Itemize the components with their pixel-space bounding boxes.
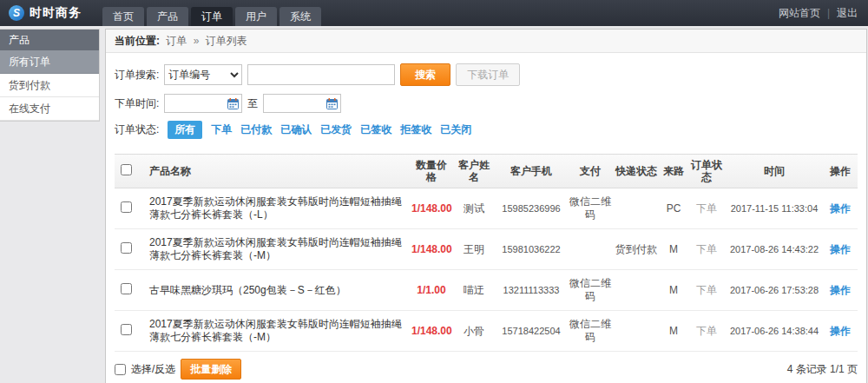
row-action-link[interactable]: 操作 [830, 243, 851, 255]
start-date-field [164, 94, 242, 113]
table-row: 2017夏季新款运动休闲服套装女韩版时尚连帽短袖抽绳薄款七分裤长裤套装（-M） … [115, 229, 858, 270]
col-select [115, 155, 137, 188]
col-time: 时间 [726, 155, 823, 188]
order-search-input[interactable] [247, 64, 395, 85]
download-orders-button[interactable]: 下载订单 [456, 63, 520, 86]
breadcrumb-separator: » [194, 35, 200, 47]
col-action: 操作 [823, 155, 858, 188]
search-type-select[interactable]: 订单编号 [164, 64, 242, 85]
row-checkbox[interactable] [121, 201, 132, 213]
select-invert-checkbox[interactable] [115, 364, 126, 375]
nav-tab-orders[interactable]: 订单 [191, 7, 233, 26]
source: M [660, 229, 687, 270]
breadcrumb-orders-link[interactable]: 订单 [166, 35, 187, 47]
customer-phone: 15718422504 [495, 311, 568, 352]
end-date-input[interactable] [264, 96, 326, 111]
table-header-row: 产品名称 数量价格 客户姓名 客户手机 支付 快递状态 来路 订单状态 时间 操… [115, 155, 858, 188]
row-action-link[interactable]: 操作 [830, 284, 851, 296]
nav-tab-users[interactable]: 用户 [235, 7, 277, 26]
order-search-label: 订单搜索: [115, 68, 159, 83]
status-filter-all[interactable]: 所有 [168, 121, 202, 139]
customer-name: 喵迂 [453, 270, 495, 311]
product-name: 2017夏季新款运动休闲服套装女韩版时尚连帽短袖抽绳薄款七分裤长裤套装（-L） [137, 188, 410, 229]
select-invert-label: 选择/反选 [131, 362, 175, 377]
table-row: 2017夏季新款运动休闲服套装女韩版时尚连帽短袖抽绳薄款七分裤长裤套装（-M） … [115, 311, 858, 352]
row-action-link[interactable]: 操作 [830, 325, 851, 337]
customer-phone: 15981036222 [495, 229, 568, 270]
customer-name: 王明 [453, 229, 495, 270]
qty-price: 1/148.00 [410, 188, 453, 229]
source: M [660, 311, 687, 352]
express-status [613, 188, 660, 229]
nav-tab-system[interactable]: 系统 [279, 7, 321, 26]
logout-link[interactable]: 退出 [837, 6, 858, 21]
search-button[interactable]: 搜索 [400, 63, 450, 86]
start-date-input[interactable] [165, 96, 227, 111]
product-name: 2017夏季新款运动休闲服套装女韩版时尚连帽短袖抽绳薄款七分裤长裤套装（-M） [137, 229, 410, 270]
express-status [613, 311, 660, 352]
status-filter-paid[interactable]: 已付款 [240, 122, 272, 137]
source: M [660, 270, 687, 311]
col-express-status: 快递状态 [613, 155, 660, 188]
order-status: 下单 [687, 270, 726, 311]
product-name: 2017夏季新款运动休闲服套装女韩版时尚连帽短袖抽绳薄款七分裤长裤套装（-M） [137, 311, 410, 352]
order-status: 下单 [687, 311, 726, 352]
table-footer: 选择/反选 批量删除 4 条记录 1/1 页 [106, 352, 866, 383]
table-row: 2017夏季新款运动休闲服套装女韩版时尚连帽短袖抽绳薄款七分裤长裤套装（-L） … [115, 188, 858, 229]
row-checkbox[interactable] [121, 242, 132, 254]
sidebar-header: 产品 [0, 30, 99, 50]
brand-name: 时时商务 [30, 5, 82, 21]
payment: 微信二维码 [568, 311, 613, 352]
order-time-label: 下单时间: [115, 96, 159, 111]
calendar-icon[interactable] [227, 98, 239, 109]
top-right-links: 网站首页 | 退出 [779, 6, 868, 21]
order-time: 2017-11-15 11:33:04 [726, 188, 823, 229]
status-filter-closed[interactable]: 已关闭 [440, 122, 471, 137]
batch-delete-button[interactable]: 批量删除 [181, 359, 241, 380]
order-status: 下单 [687, 188, 726, 229]
top-links-separator: | [827, 7, 830, 19]
col-customer-name: 客户姓名 [453, 155, 495, 188]
payment: 微信二维码 [568, 188, 613, 229]
main-area: 产品 所有订单 货到付款 在线支付 当前位置: 订单 » 订单列表 订单搜索: … [0, 26, 868, 383]
row-checkbox[interactable] [121, 283, 132, 294]
select-all-checkbox[interactable] [121, 164, 132, 175]
end-date-field [263, 94, 341, 113]
topbar: S 时时商务 首页 产品 订单 用户 系统 网站首页 | 退出 [0, 0, 868, 26]
status-filter-rejected[interactable]: 拒签收 [400, 122, 431, 137]
calendar-icon[interactable] [326, 98, 338, 109]
site-home-link[interactable]: 网站首页 [779, 6, 820, 21]
row-action-link[interactable]: 操作 [830, 202, 851, 215]
brand-logo-icon: S [9, 5, 24, 21]
sidebar-item-all-orders[interactable]: 所有订单 [0, 50, 99, 74]
nav-tab-home[interactable]: 首页 [102, 7, 144, 26]
col-source: 来路 [660, 155, 687, 188]
product-name: 古早味黑糖沙琪玛（250g包装－S－红色） [137, 270, 410, 311]
express-status [613, 270, 660, 311]
order-time-row: 下单时间: [115, 94, 858, 113]
qty-price: 1/148.00 [410, 311, 453, 352]
status-filter-signed[interactable]: 已签收 [360, 122, 391, 137]
breadcrumb-current-page: 订单列表 [206, 35, 247, 47]
status-filter-confirmed[interactable]: 已确认 [280, 122, 312, 137]
brand-logo: S 时时商务 [0, 5, 102, 21]
payment [568, 229, 613, 270]
status-filter-shipped[interactable]: 已发货 [320, 122, 352, 137]
nav-tab-products[interactable]: 产品 [147, 7, 188, 26]
table-row: 古早味黑糖沙琪玛（250g包装－S－红色） 1/1.00 喵迂 13211113… [115, 270, 858, 311]
order-search-row: 订单搜索: 订单编号 搜索 下载订单 [115, 63, 858, 86]
top-nav: 首页 产品 订单 用户 系统 [102, 0, 324, 26]
order-status-label: 订单状态: [115, 122, 159, 137]
customer-name: 小骨 [453, 311, 495, 352]
status-filter-ordered[interactable]: 下单 [211, 122, 232, 137]
col-customer-phone: 客户手机 [495, 155, 568, 188]
sidebar-item-online-payment[interactable]: 在线支付 [0, 97, 99, 121]
sidebar-item-cod[interactable]: 货到付款 [0, 74, 99, 97]
customer-name: 测试 [453, 188, 495, 229]
breadcrumb-prefix: 当前位置: [115, 35, 160, 47]
source: PC [660, 188, 687, 229]
payment: 微信二维码 [568, 270, 613, 311]
orders-table: 产品名称 数量价格 客户姓名 客户手机 支付 快递状态 来路 订单状态 时间 操… [115, 154, 858, 352]
col-order-status: 订单状态 [687, 155, 726, 188]
row-checkbox[interactable] [121, 324, 132, 335]
